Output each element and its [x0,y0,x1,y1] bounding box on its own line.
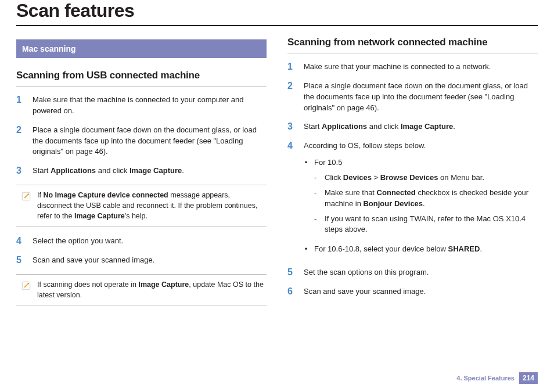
text: According to OS, follow steps below. [304,141,426,150]
page-footer: 4. Special Features 214 [456,372,538,384]
text: If you want to scan using TWAIN, refer t… [325,214,538,235]
bold-text: Devices [343,173,372,182]
text: > [372,173,380,182]
text: Click Devices > Browse Devices on Menu b… [325,172,538,183]
step-number: 3 [287,121,296,132]
bold-text: Bonjour Devices [363,199,423,208]
bullet-icon: • [304,157,308,239]
text: and click [367,122,401,131]
usb-steps-list: 1 Make sure that the machine is connecte… [16,95,267,177]
heading-rule [16,86,267,87]
usb-steps-list-cont: 4 Select the option you want. 5 Scan and… [16,236,267,266]
dash-icon: - [314,188,319,208]
text: Click [325,173,343,182]
bold-text: Applications [51,166,96,175]
step-text: Place a single document face down on the… [304,81,538,114]
text: If scanning does not operate in [37,280,138,289]
bold-text: Image Capture [74,212,125,220]
bold-text: Image Capture [129,166,182,175]
list-item: 3 Start Applications and click Image Cap… [287,121,538,132]
bold-text: SHARED [448,244,480,253]
list-item: 4 Select the option you want. [16,236,267,247]
bold-text: Applications [322,122,367,131]
heading-rule [287,53,538,53]
title-bar: Scan features [16,0,538,26]
step-text: Make sure that your machine is connected… [304,62,538,73]
text: and click [96,166,129,175]
note-box: If scanning does not operate in Image Ca… [16,274,267,305]
text: . [453,122,455,131]
bold-text: Image Capture [401,122,453,131]
list-item: • For 10.6-10.8, select your device belo… [304,244,538,254]
text: For 10.6-10.8, select your device below [314,244,448,253]
step-text: Start Applications and click Image Captu… [33,166,267,177]
footer-chapter: 4. Special Features [456,375,515,382]
list-item: 3 Start Applications and click Image Cap… [16,166,267,177]
bold-text: Connected [377,188,416,197]
section-bar-mac-scanning: Mac scanning [16,39,267,58]
step-text: Scan and save your scanned image. [304,286,538,297]
step-text: Select the option you want. [33,236,267,247]
note-icon [21,280,31,291]
list-item: • For 10.5 - Click Devices > Browse Devi… [304,157,538,239]
list-item: - Make sure that Connected checkbox is c… [314,188,538,208]
list-item: 1 Make sure that the machine is connecte… [16,95,267,117]
step-number: 5 [287,267,296,278]
right-column: Scanning from network connected machine … [287,37,538,315]
bold-text: No Image Capture device connected [43,191,168,199]
dash-list: - Click Devices > Browse Devices on Menu… [314,172,538,235]
note-text: If No Image Capture device connected mes… [37,190,264,221]
text: . [423,199,425,208]
dash-icon: - [314,214,319,235]
step-text: Make sure that the machine is connected … [33,95,267,117]
dash-icon: - [314,172,319,183]
network-steps-list: 1 Make sure that your machine is connect… [287,62,538,297]
step-number: 3 [16,166,24,177]
note-box: If No Image Capture device connected mes… [16,185,267,226]
list-item: 5 Scan and save your scanned image. [16,255,267,266]
step-number: 2 [287,81,296,114]
step-number: 5 [16,255,24,266]
list-item: 4 According to OS, follow steps below. •… [287,141,538,259]
text: on Menu bar. [438,173,485,182]
step-number: 2 [16,125,24,158]
left-column: Mac scanning Scanning from USB connected… [16,37,267,315]
text: For 10.5 [314,158,342,167]
text: Make sure that Connected checkbox is che… [325,188,538,208]
step-number: 1 [16,95,24,117]
heading-usb-scanning: Scanning from USB connected machine [16,70,267,81]
bold-text: Browse Devices [380,173,438,182]
step-text: Start Applications and click Image Captu… [304,121,538,132]
text: 's help. [125,212,148,220]
list-item: - Click Devices > Browse Devices on Menu… [314,172,538,183]
bullet-icon: • [304,244,308,254]
footer-page-number: 214 [519,372,538,384]
list-item: 2 Place a single document face down on t… [287,81,538,114]
list-item: 5 Set the scan options on this program. [287,267,538,278]
step-number: 4 [16,236,24,247]
text: Make sure that [325,188,377,197]
step-number: 6 [287,286,296,297]
step-number: 4 [287,141,296,259]
note-icon [21,191,31,202]
os-sublist: • For 10.5 - Click Devices > Browse Devi… [304,157,538,254]
step-text: Place a single document face down on the… [33,125,267,158]
step-text: According to OS, follow steps below. • F… [304,141,538,259]
text: For 10.6-10.8, select your device below … [314,244,538,254]
page-title: Scan features [16,0,538,21]
text: Start [33,166,51,175]
text: For 10.5 - Click Devices > Browse Device… [314,157,538,239]
text: Start [304,122,322,131]
step-text: Scan and save your scanned image. [33,255,267,266]
bold-text: Image Capture [138,280,189,289]
list-item: 6 Scan and save your scanned image. [287,286,538,297]
note-text: If scanning does not operate in Image Ca… [37,279,264,300]
list-item: 2 Place a single document face down on t… [16,125,267,158]
text: . [182,166,184,175]
list-item: 1 Make sure that your machine is connect… [287,62,538,73]
text: If [37,191,43,199]
text: . [480,244,482,253]
list-item: - If you want to scan using TWAIN, refer… [314,214,538,235]
step-number: 1 [287,62,296,73]
step-text: Set the scan options on this program. [304,267,538,278]
